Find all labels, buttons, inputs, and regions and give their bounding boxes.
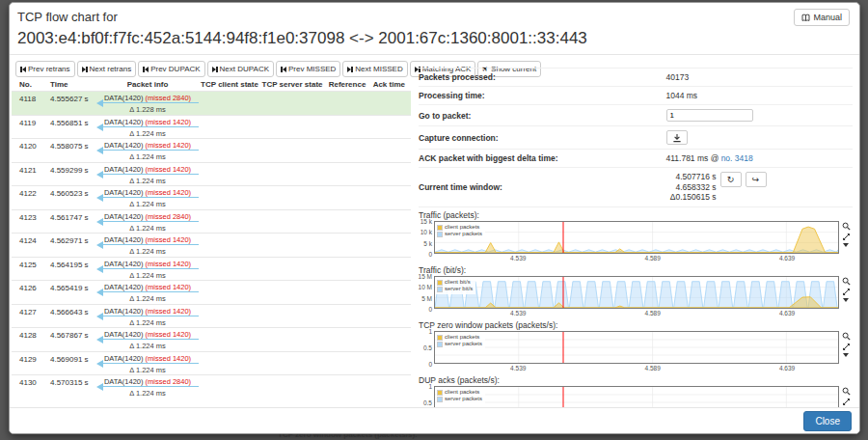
empty-cell <box>199 281 260 304</box>
zoom-icon[interactable] <box>842 222 851 231</box>
legend-entry: client packets <box>437 334 482 342</box>
packet-info-cell: DATA(1420) (missed 1420)Δ 1.224 ms <box>96 186 199 209</box>
legend-label: client bit/s <box>445 279 471 287</box>
caret-down-icon[interactable] <box>843 298 849 302</box>
chart-plot[interactable]: client packetsserver packets <box>434 331 839 364</box>
empty-cell <box>260 210 324 234</box>
toolbar-button-prev-dupack[interactable]: Prev DUPACK <box>138 61 204 77</box>
table-row[interactable]: 41214.559299 sDATA(1420) (missed 1420)Δ … <box>12 162 411 186</box>
info-row-time-window: Current time window: 4.507716 s 4.658332… <box>419 168 853 207</box>
table-row[interactable]: 41264.565419 sDATA(1420) (missed 1420)Δ … <box>12 280 411 304</box>
caret-down-icon[interactable] <box>843 243 849 247</box>
chart-legend: client bit/sserver bit/s <box>436 278 475 294</box>
y-tick-label: 10 M <box>419 284 432 290</box>
packet-time: 4.570315 s <box>42 375 96 399</box>
table-row[interactable]: 41204.558075 sDATA(1420) (missed 1420)Δ … <box>12 138 411 162</box>
x-tick-label: 4.539 <box>510 365 526 371</box>
legend-swatch <box>437 342 443 347</box>
fullscreen-icon[interactable] <box>842 288 851 296</box>
table-row[interactable]: 41284.567867 sDATA(1420) (missed 1420)Δ … <box>12 327 411 351</box>
step-forward-icon <box>347 67 353 72</box>
modal-title: TCP flow chart for <box>17 10 848 24</box>
toolbar-button-label: Prev DUPACK <box>150 65 200 73</box>
packet-data-label: DATA(1420) (missed 2840) <box>96 377 199 386</box>
empty-cell <box>199 139 260 162</box>
table-row[interactable]: 41254.564195 sDATA(1420) (missed 1420)Δ … <box>12 257 411 281</box>
packet-delta-time: Δ 1.224 ms <box>96 366 199 374</box>
zoom-icon[interactable] <box>842 387 851 396</box>
packet-missed-label: (missed 1420) <box>146 307 192 316</box>
packet-missed-label: (missed 1420) <box>146 118 192 126</box>
empty-cell <box>370 234 411 257</box>
table-row[interactable]: 41194.556851 sDATA(1420) (missed 1420)Δ … <box>12 115 411 139</box>
chart-block-0: Traffic (packets):15 k10 k5 k0client pac… <box>419 210 853 262</box>
y-tick-label: 0 <box>428 305 432 312</box>
column-header-packet-info: Packet info <box>96 80 199 89</box>
table-row[interactable]: 41234.561747 sDATA(1420) (missed 2840)Δ … <box>12 209 411 234</box>
info-row-processing-time: Processing time: 1044 ms <box>419 87 853 105</box>
step-forward-icon <box>82 67 88 72</box>
packet-delta-time: Δ 1.224 ms <box>96 177 199 185</box>
step-backward-icon <box>281 67 286 72</box>
legend-entry: client packets <box>437 389 482 397</box>
packet-number-link[interactable]: no. 3418 <box>721 153 753 163</box>
manual-button[interactable]: Manual <box>794 9 850 26</box>
packet-missed-label: (missed 1420) <box>146 330 192 339</box>
table-row[interactable]: 41184.555627 sDATA(1420) (missed 2840)Δ … <box>12 91 411 115</box>
toolbar-button-next-dupack[interactable]: Next DUPACK <box>207 61 274 77</box>
toolbar-button-label: Prev MISSED <box>288 65 336 73</box>
navigation-toolbar: Prev retransNext retransPrev DUPACKNext … <box>15 61 411 77</box>
fullscreen-icon[interactable] <box>842 233 851 241</box>
packet-number: 4127 <box>12 305 42 328</box>
chart-plot[interactable]: client packetsserver packets <box>434 221 839 254</box>
zoom-icon[interactable] <box>842 277 851 286</box>
toolbar-button-prev-retrans[interactable]: Prev retrans <box>15 61 75 77</box>
packet-direction-line <box>101 126 199 127</box>
toolbar-button-prev-missed[interactable]: Prev MISSED <box>276 61 340 77</box>
table-row[interactable]: 41224.560523 sDATA(1420) (missed 1420)Δ … <box>12 185 411 209</box>
toolbar-button-next-retrans[interactable]: Next retrans <box>77 61 137 77</box>
legend-label: server packets <box>445 231 482 238</box>
legend-entry: client bit/s <box>437 279 473 287</box>
x-axis-labels: 4.5394.5894.639 <box>434 364 839 372</box>
chart-block-1: Traffic (bit/s):15 M10 M5 M0client bit/s… <box>419 265 853 317</box>
legend-entry: server packets <box>437 396 482 403</box>
chart-plot[interactable]: client bit/sserver bit/s <box>434 276 839 309</box>
table-row[interactable]: 41304.570315 sDATA(1420) (missed 2840)Δ … <box>12 374 411 399</box>
y-tick-label: 5 k <box>423 239 432 246</box>
table-row[interactable]: 41294.569091 sDATA(1420) (missed 1420)Δ … <box>12 351 411 375</box>
packet-missed-label: (missed 1420) <box>146 141 192 150</box>
chart-canvas <box>435 332 838 363</box>
caret-down-icon[interactable] <box>843 353 849 357</box>
zoom-icon[interactable] <box>842 332 851 341</box>
packet-delta-time: Δ 1.224 ms <box>96 318 199 327</box>
chart-title: Traffic (bit/s): <box>419 265 853 275</box>
goto-packet-input[interactable] <box>666 109 753 122</box>
empty-cell <box>199 163 260 186</box>
tcp-flow-chart-modal: TCP flow chart for 2003:e4:bf0f:f7fc:452… <box>9 2 860 434</box>
legend-swatch <box>437 280 443 286</box>
table-row[interactable]: 41244.562971 sDATA(1420) (missed 1420)Δ … <box>12 233 411 257</box>
empty-cell <box>260 328 324 351</box>
toolbar-button-next-missed[interactable]: Next MISSED <box>342 61 407 77</box>
table-row[interactable]: 41274.566643 sDATA(1420) (missed 1420)Δ … <box>12 304 411 328</box>
time-window-values: 4.507716 s 4.658332 s Δ0.150615 s <box>666 172 717 203</box>
packet-info-cell: DATA(1420) (missed 1420)Δ 1.224 ms <box>96 139 199 162</box>
fullscreen-icon[interactable] <box>842 343 851 351</box>
toolbar-button-label: Next MISSED <box>355 65 402 73</box>
info-label: Current time window: <box>419 182 666 192</box>
empty-cell <box>324 281 370 304</box>
empty-cell <box>324 352 370 375</box>
legend-label: client packets <box>445 224 479 232</box>
legend-label: client packets <box>445 334 479 342</box>
apply-time-window-button[interactable]: ↪ <box>746 172 767 187</box>
empty-cell <box>260 375 324 399</box>
info-row-ack-delta: ACK packet with biggest delta time: 411.… <box>419 150 853 168</box>
capture-download-button[interactable] <box>666 130 688 145</box>
close-button[interactable]: Close <box>803 411 852 431</box>
x-axis-labels: 4.5394.5894.639 <box>434 254 839 262</box>
reset-time-window-button[interactable]: ↻ <box>720 172 742 187</box>
packet-delta-time: Δ 1.224 ms <box>96 294 199 303</box>
fullscreen-icon[interactable] <box>842 398 851 406</box>
toolbar-button-label: Prev retrans <box>28 65 70 73</box>
